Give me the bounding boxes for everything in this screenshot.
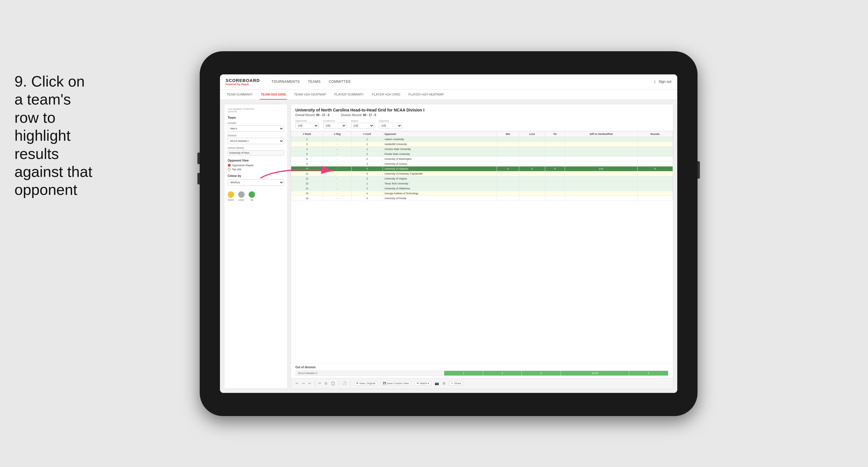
win-cell [497,142,519,146]
diff-cell [565,186,638,191]
school-label: School (Rank) [228,146,284,149]
tab-team-h2h-heatmap[interactable]: TEAM H2H HEATMAP [293,90,327,99]
opponents-select[interactable]: (All) [296,123,319,128]
diff-cell [565,181,638,186]
table-row[interactable]: 11-6University of Arkansas, Fayetteville [291,171,673,176]
win-cell [497,186,519,191]
grid-icon[interactable]: ⊞ [442,381,445,385]
rounds-cell [637,196,673,201]
legend-down: Down [228,192,234,201]
table-row[interactable]: 4-1Arizona State University [291,146,673,151]
division-select[interactable]: NCAA Division I [228,138,284,144]
watch-icon: 👁 [416,382,419,385]
nav-teams[interactable]: TEAMS [308,79,321,85]
legend-level: Level [238,192,245,201]
win-cell: 3 [497,166,519,171]
conference-label: Conference [323,120,346,122]
conf-cell: 1 [352,137,383,142]
view-original-btn[interactable]: 👁 View: Original [354,381,377,386]
nav-tournaments[interactable]: TOURNAMENTS [272,79,300,85]
tab-player-h2h-heatmap[interactable]: PLAYER H2H HEATMAP [407,90,445,99]
table-row[interactable]: 2-1Auburn University [291,137,673,142]
filter-row: Opponents: (All) Conference (All) [296,120,668,128]
loss-cell [519,151,545,156]
opponent-cell: Texas Tech University [383,181,497,186]
table-row[interactable]: 8-2University of Washington [291,156,673,161]
table-row[interactable]: 14-2University of Oklahoma [291,186,673,191]
table-row[interactable]: 9-3University of Arizona [291,161,673,166]
table-row[interactable]: 12-3University of Virginia [291,176,673,181]
table-row[interactable]: 10-5University of Alabama3002.618 [291,166,673,171]
colour-by-select[interactable]: Win/loss [228,179,284,185]
conf-cell: 6 [352,171,383,176]
logo-title: SCOREBOARD [226,78,260,83]
reg-cell: - [323,156,351,161]
win-cell [497,176,519,181]
rank-cell: 11 [291,171,323,176]
conf-cell: 1 [352,181,383,186]
opponent-cell: Vanderbilt University [383,142,497,146]
loss-cell [519,146,545,151]
legend-up: Up [249,192,255,201]
save-custom-view-btn[interactable]: 💾 Save Custom View [381,381,411,386]
table-row[interactable]: 13-1Texas Tech University [291,181,673,186]
grid-records: Overall Record: 89 - 17 - 0 Division Rec… [296,114,668,117]
win-cell: 1 [444,371,483,376]
opponent-cell: University of Washington [383,156,497,161]
tab-player-summary[interactable]: PLAYER SUMMARY [333,90,365,99]
out-division-row[interactable]: NCAA Division II10026.003 [296,371,668,376]
share-btn[interactable]: ↗ Share [449,381,463,386]
region-select[interactable]: (All) [351,123,374,128]
watch-btn[interactable]: 👁 Watch ▾ [414,381,432,386]
tab-team-summary[interactable]: TEAM SUMMARY [226,90,254,99]
table-row[interactable]: 15-4Georgia Institute of Technology [291,191,673,196]
paste-icon[interactable]: 📋 [331,381,335,385]
sign-out-link[interactable]: Sign out [658,80,671,84]
win-cell [497,196,519,201]
rounds-cell [637,137,673,142]
tie-cell: 0 [522,371,561,376]
col-diff: Diff Av Strokes/Rnd [565,131,638,137]
opponent-select[interactable]: (All) [379,123,402,128]
rounds-cell [637,176,673,181]
win-cell [497,137,519,142]
rounds-cell [637,186,673,191]
conf-cell: 2 [352,151,383,156]
table-row[interactable]: 3-2Vanderbilt University [291,142,673,146]
diff-cell: 2.61 [565,166,638,171]
undo-icon[interactable]: ↩ [296,381,299,385]
rank-cell: 8 [291,156,323,161]
radio-top100[interactable]: Top 100 [228,168,284,171]
gender-label: Gender [228,122,284,124]
reg-cell: - [323,186,351,191]
filter-opponents: Opponents: (All) [296,120,319,128]
save-icon: 💾 [383,382,386,385]
conf-cell: 2 [352,156,383,161]
redo-icon[interactable]: ↪ [302,381,305,385]
camera-icon[interactable]: 📷 [435,381,439,385]
table-row[interactable]: 16-3University of Florida [291,196,673,201]
rounds-cell [637,181,673,186]
instruction-number: 9. [14,73,27,90]
undo2-icon[interactable]: ↩ [308,381,311,385]
col-conf: # Conf [352,131,383,137]
nav-committee[interactable]: COMMITTEE [329,79,351,85]
logo-sub: Powered by clippd [226,83,260,86]
copy-icon[interactable]: ⧉ [325,381,327,385]
radio-dot-unselected [228,168,231,171]
tablet-device: SCOREBOARD Powered by clippd TOURNAMENTS… [200,51,698,416]
tie-cell [545,142,565,146]
radio-opponents-played[interactable]: Opponents Played [228,164,284,167]
table-row[interactable]: 6-2Florida State University [291,151,673,156]
gender-select[interactable]: Men's [228,125,284,132]
conf-cell: 3 [352,196,383,201]
loss-cell [519,171,545,176]
overall-record: Overall Record: 89 - 17 - 0 [296,114,330,117]
tab-player-h2h-grid[interactable]: PLAYER H2H GRID [371,90,401,99]
conference-select[interactable]: (All) [323,123,346,128]
clock-icon[interactable]: 🕐 [342,381,347,385]
tab-team-h2h-grid[interactable]: TEAM H2H GRID [259,90,287,99]
tablet-button [197,153,200,164]
division-label: Division [228,134,284,137]
scissors-icon[interactable]: ✂ [318,381,321,385]
